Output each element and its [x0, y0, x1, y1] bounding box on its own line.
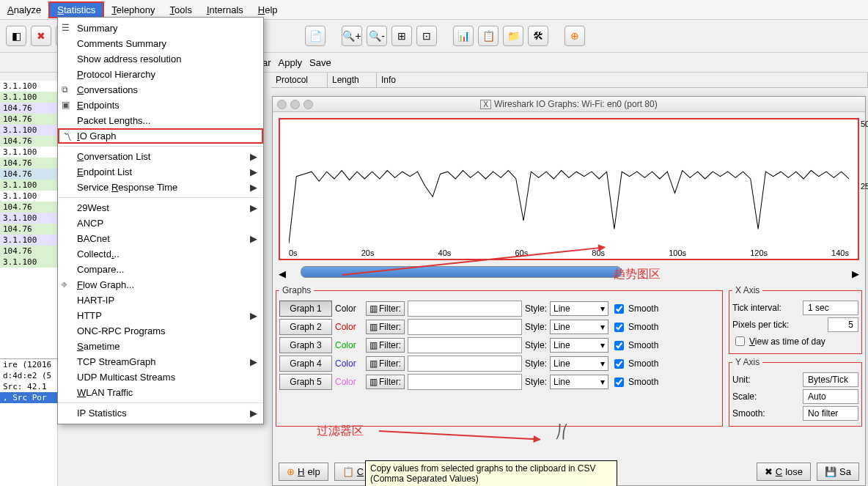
smooth-checkbox-2[interactable]: Smooth — [611, 320, 658, 334]
toolbar-btn[interactable]: 📁 — [503, 26, 523, 46]
packet-list[interactable]: 3.1.1003.1.100 104.76 104.763.1.100 104.… — [0, 81, 58, 486]
menu-statistics[interactable]: Statistics — [48, 1, 104, 18]
menu-help[interactable]: Help — [251, 3, 285, 17]
menu-item-flow-graph-[interactable]: ⎆Flow Graph... — [58, 277, 263, 292]
filter-button-2[interactable]: ▥Filter: — [366, 320, 405, 334]
menu-item-service-response-time[interactable]: Service Response Time▶ — [58, 180, 263, 195]
packet-row[interactable]: 3.1.100 — [0, 125, 57, 136]
menu-item-ip-statistics[interactable]: IP Statistics▶ — [58, 405, 263, 421]
packet-row[interactable]: 3.1.100 — [0, 180, 57, 191]
menu-item-onc-rpc-programs[interactable]: ONC-RPC Programs — [58, 323, 263, 339]
graph-toggle-4[interactable]: Graph 4 — [279, 356, 332, 372]
filter-input-1[interactable] — [408, 301, 522, 317]
packet-row[interactable]: 104.76 — [0, 103, 57, 114]
menu-item-show-address-resolution[interactable]: Show address resolution — [58, 51, 263, 67]
scale-select[interactable]: Auto — [803, 389, 858, 404]
toolbar-btn[interactable]: 📋 — [478, 26, 499, 46]
smooth-checkbox-4[interactable]: Smooth — [611, 357, 658, 371]
filter-button-4[interactable]: ▥Filter: — [366, 356, 405, 371]
packet-row[interactable]: 3.1.100 — [0, 235, 57, 246]
menu-item-http[interactable]: HTTP▶ — [58, 308, 263, 323]
packet-row[interactable]: 3.1.100 — [0, 147, 57, 158]
menu-item-protocol-hierarchy[interactable]: Protocol Hierarchy — [58, 67, 263, 82]
style-select-4[interactable]: Line ▾ — [550, 356, 608, 371]
style-select-1[interactable]: Line ▾ — [550, 301, 608, 316]
close-button[interactable]: ✖Close — [757, 463, 811, 481]
filter-button-3[interactable]: ▥Filter: — [366, 338, 405, 353]
smooth-checkbox-1[interactable]: Smooth — [611, 302, 658, 316]
menu-item-tcp-streamgraph[interactable]: TCP StreamGraph▶ — [58, 354, 263, 369]
menu-tools[interactable]: Tools — [163, 3, 199, 17]
filter-input-5[interactable] — [408, 374, 522, 390]
menu-internals[interactable]: Internals — [199, 3, 251, 17]
filter-input-3[interactable] — [408, 337, 522, 353]
packet-row[interactable]: 3.1.100 — [0, 257, 57, 268]
zoom-out-icon[interactable]: 🔍- — [367, 26, 387, 46]
packet-row[interactable]: 104.76 — [0, 224, 57, 235]
toolbar-btn[interactable]: ◧ — [6, 26, 26, 46]
menu-item-29west[interactable]: 29West▶ — [58, 200, 263, 216]
menu-item-summary[interactable]: ☰Summary — [58, 21, 263, 36]
menu-item-udp-multicast-streams[interactable]: UDP Multicast Streams — [58, 369, 263, 385]
smooth-checkbox-3[interactable]: Smooth — [611, 339, 658, 353]
style-select-5[interactable]: Line ▾ — [550, 375, 608, 389]
pixels-per-tick-input[interactable]: 5 — [828, 317, 858, 332]
window-controls[interactable] — [277, 100, 313, 109]
packet-row[interactable]: 104.76 — [0, 158, 57, 169]
smooth-select[interactable]: No filter — [803, 406, 858, 421]
menu-item-sametime[interactable]: Sametime — [58, 339, 263, 354]
menu-item-packet-lengths-[interactable]: Packet Lengths... — [58, 113, 263, 128]
slider-handle-icon[interactable]: ⎠⎛ — [555, 424, 568, 440]
help-button[interactable]: ⊕Help — [279, 463, 328, 481]
menu-analyze[interactable]: Analyze — [0, 3, 48, 17]
settings-icon[interactable]: 🛠 — [528, 26, 548, 46]
graph-toggle-1[interactable]: Graph 1 — [279, 301, 332, 317]
menu-telephony[interactable]: Telephony — [104, 3, 162, 17]
menu-item-bacnet[interactable]: BACnet▶ — [58, 231, 263, 246]
menu-item-compare-[interactable]: Compare... — [58, 262, 263, 277]
menu-item-endpoints[interactable]: ▣Endpoints — [58, 97, 263, 113]
packet-row[interactable]: 3.1.100 — [0, 191, 57, 202]
menu-item-hart-ip[interactable]: HART-IP — [58, 292, 263, 308]
menu-item-ancp[interactable]: ANCP — [58, 216, 263, 231]
tick-interval-select[interactable]: 1 sec — [803, 301, 858, 315]
packet-row[interactable]: 3.1.100 — [0, 81, 57, 92]
toolbar-btn[interactable]: ⊡ — [416, 26, 437, 46]
toolbar-btn[interactable]: 📄 — [305, 26, 326, 46]
menu-item-conversation-list[interactable]: Conversation List▶ — [58, 149, 263, 164]
smooth-checkbox-5[interactable]: Smooth — [611, 375, 658, 389]
menu-item-wlan-traffic[interactable]: WLAN Traffic — [58, 385, 263, 400]
filter-input-2[interactable] — [408, 319, 522, 335]
zoom-fit-icon[interactable]: ⊞ — [391, 26, 412, 46]
menu-item-io-graph[interactable]: 〽IO Graph — [58, 128, 263, 144]
zoom-in-icon[interactable]: 🔍+ — [342, 26, 362, 46]
packet-row[interactable]: 104.76 — [0, 169, 57, 180]
toolbar-btn-close[interactable]: ✖ — [31, 26, 51, 46]
scroll-right-icon[interactable]: ▶ — [852, 268, 859, 279]
chart-area[interactable]: 500 250 0s20s40s60s80s100s120s140s — [279, 118, 859, 260]
window-titlebar[interactable]: X Wireshark IO Graphs: Wi-Fi: en0 (port … — [273, 97, 865, 112]
menu-item-collectd-[interactable]: Collectd... — [58, 246, 263, 262]
packet-row[interactable]: 104.76 — [0, 202, 57, 213]
style-select-2[interactable]: Line ▾ — [550, 320, 608, 334]
filter-input-4[interactable] — [408, 356, 522, 372]
menu-item-comments-summary[interactable]: Comments Summary — [58, 36, 263, 51]
menu-item-endpoint-list[interactable]: Endpoint List▶ — [58, 164, 263, 180]
filter-button-5[interactable]: ▥Filter: — [366, 375, 405, 389]
apply-button[interactable]: Apply — [279, 57, 303, 68]
packet-row[interactable]: 3.1.100 — [0, 92, 57, 103]
filter-button-1[interactable]: ▥Filter: — [366, 301, 405, 316]
unit-select[interactable]: Bytes/Tick — [803, 372, 858, 387]
menu-item-conversations[interactable]: ⧉Conversations — [58, 82, 263, 97]
chart-scrollbar[interactable] — [301, 266, 622, 278]
packet-row[interactable]: 104.76 — [0, 114, 57, 125]
save-button[interactable]: 💾Sa — [817, 463, 859, 481]
graph-toggle-2[interactable]: Graph 2 — [279, 319, 332, 335]
help-icon[interactable]: ⊕ — [564, 26, 585, 46]
toolbar-btn[interactable]: 📊 — [453, 26, 474, 46]
graph-toggle-5[interactable]: Graph 5 — [279, 374, 332, 390]
packet-row[interactable]: 104.76 — [0, 246, 57, 257]
style-select-3[interactable]: Line ▾ — [550, 338, 608, 353]
packet-row[interactable]: 104.76 — [0, 136, 57, 147]
scroll-left-icon[interactable]: ◀ — [279, 268, 286, 279]
